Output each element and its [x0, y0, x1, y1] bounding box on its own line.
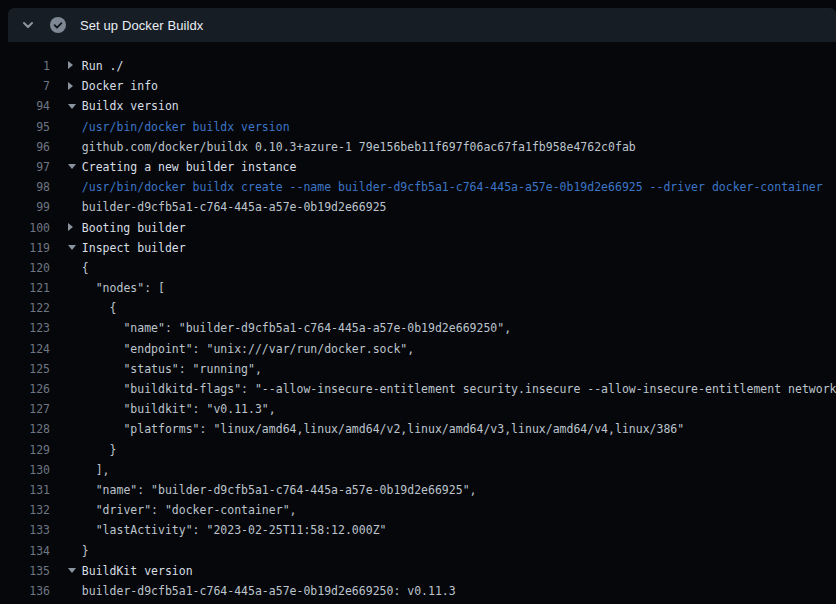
- log-line-text: Docker info: [68, 76, 836, 96]
- triangle-right-icon[interactable]: [68, 218, 82, 238]
- log-line-text: "buildkitd-flags": "--allow-insecure-ent…: [68, 379, 836, 399]
- line-number[interactable]: 120: [0, 258, 50, 278]
- log-row: 120 {: [0, 258, 836, 278]
- line-number[interactable]: 121: [0, 278, 50, 298]
- log-row: 121 "nodes": [: [0, 278, 836, 298]
- line-number[interactable]: 135: [0, 561, 50, 581]
- log-line-text: "endpoint": "unix:///var/run/docker.sock…: [68, 339, 836, 359]
- line-number[interactable]: 95: [0, 117, 50, 137]
- triangle-down-icon[interactable]: [68, 97, 82, 117]
- log-line-text: "status": "running",: [68, 359, 836, 379]
- triangle-down-icon[interactable]: [68, 561, 82, 581]
- log-row: 123 "name": "builder-d9cfb5a1-c764-445a-…: [0, 318, 836, 338]
- log-line-text: Booting builder: [68, 218, 836, 238]
- log-row: 130 ],: [0, 460, 836, 480]
- log-line-text: {: [68, 298, 836, 318]
- log-row: 133 "lastActivity": "2023-02-25T11:58:12…: [0, 520, 836, 540]
- log-row[interactable]: 97 Creating a new builder instance: [0, 157, 836, 177]
- line-number[interactable]: 127: [0, 399, 50, 419]
- line-number[interactable]: 130: [0, 460, 50, 480]
- line-number[interactable]: 1: [0, 56, 50, 76]
- log-row: 125 "status": "running",: [0, 359, 836, 379]
- log-row: 98 /usr/bin/docker buildx create --name …: [0, 177, 836, 197]
- log-line-text: }: [68, 440, 836, 460]
- log-line-text: builder-d9cfb5a1-c764-445a-a57e-0b19d2e6…: [68, 197, 836, 217]
- step-header[interactable]: Set up Docker Buildx: [8, 8, 836, 42]
- log-line-text: "platforms": "linux/amd64,linux/amd64/v2…: [68, 419, 836, 439]
- chevron-down-icon[interactable]: [20, 17, 36, 33]
- group-title[interactable]: Run ./: [82, 59, 124, 73]
- check-circle-icon: [50, 17, 66, 33]
- log-line-text: Inspect builder: [68, 238, 836, 258]
- line-number[interactable]: 98: [0, 177, 50, 197]
- log-row: 128 "platforms": "linux/amd64,linux/amd6…: [0, 419, 836, 439]
- line-number[interactable]: 96: [0, 137, 50, 157]
- log-line-text: "buildkit": "v0.11.3",: [68, 399, 836, 419]
- log-line-text: BuildKit version: [68, 561, 836, 581]
- log-area: 1 Run ./ 7 Docker info 94 Buildx version…: [0, 42, 836, 601]
- log-line-text: Creating a new builder instance: [68, 157, 836, 177]
- log-row[interactable]: 1 Run ./: [0, 56, 836, 76]
- line-number[interactable]: 128: [0, 419, 50, 439]
- log-row: 127 "buildkit": "v0.11.3",: [0, 399, 836, 419]
- line-number[interactable]: 125: [0, 359, 50, 379]
- line-number[interactable]: 122: [0, 298, 50, 318]
- log-row: 134 }: [0, 541, 836, 561]
- log-line-text: ],: [68, 460, 836, 480]
- log-row: 99 builder-d9cfb5a1-c764-445a-a57e-0b19d…: [0, 197, 836, 217]
- triangle-right-icon[interactable]: [68, 77, 82, 97]
- triangle-down-icon[interactable]: [68, 238, 82, 258]
- log-row[interactable]: 100 Booting builder: [0, 218, 836, 238]
- line-number[interactable]: 99: [0, 197, 50, 217]
- log-row[interactable]: 119 Inspect builder: [0, 238, 836, 258]
- line-number[interactable]: 100: [0, 218, 50, 238]
- group-title[interactable]: BuildKit version: [82, 564, 193, 578]
- line-number[interactable]: 129: [0, 440, 50, 460]
- log-line-text: }: [68, 541, 836, 561]
- log-line-text: Buildx version: [68, 96, 836, 116]
- log-line-text: {: [68, 258, 836, 278]
- log-row: 124 "endpoint": "unix:///var/run/docker.…: [0, 339, 836, 359]
- log-row: 126 "buildkitd-flags": "--allow-insecure…: [0, 379, 836, 399]
- line-number[interactable]: 124: [0, 339, 50, 359]
- log-row: 122 {: [0, 298, 836, 318]
- log-row[interactable]: 135 BuildKit version: [0, 561, 836, 581]
- actions-log-viewer: Set up Docker Buildx 1 Run ./ 7 Docker i…: [0, 0, 836, 604]
- log-row: 131 "name": "builder-d9cfb5a1-c764-445a-…: [0, 480, 836, 500]
- log-line-text: "name": "builder-d9cfb5a1-c764-445a-a57e…: [68, 480, 836, 500]
- log-row: 132 "driver": "docker-container",: [0, 500, 836, 520]
- log-row: 96 github.com/docker/buildx 0.10.3+azure…: [0, 137, 836, 157]
- log-row[interactable]: 94 Buildx version: [0, 96, 836, 116]
- log-line-text: "lastActivity": "2023-02-25T11:58:12.000…: [68, 520, 836, 540]
- line-number[interactable]: 126: [0, 379, 50, 399]
- log-row: 95 /usr/bin/docker buildx version: [0, 117, 836, 137]
- group-title[interactable]: Inspect builder: [82, 241, 186, 255]
- line-number[interactable]: 7: [0, 76, 50, 96]
- group-title[interactable]: Booting builder: [82, 221, 186, 235]
- triangle-right-icon[interactable]: [68, 56, 82, 76]
- line-number[interactable]: 123: [0, 318, 50, 338]
- triangle-down-icon[interactable]: [68, 157, 82, 177]
- line-number[interactable]: 119: [0, 238, 50, 258]
- group-title[interactable]: Docker info: [82, 79, 158, 93]
- log-row: 136 builder-d9cfb5a1-c764-445a-a57e-0b19…: [0, 581, 836, 601]
- step-title: Set up Docker Buildx: [80, 18, 203, 33]
- log-line-text: "name": "builder-d9cfb5a1-c764-445a-a57e…: [68, 318, 836, 338]
- log-line-text: builder-d9cfb5a1-c764-445a-a57e-0b19d2e6…: [68, 581, 836, 601]
- line-number[interactable]: 132: [0, 500, 50, 520]
- log-line-text: /usr/bin/docker buildx create --name bui…: [68, 177, 836, 197]
- log-line-text: "nodes": [: [68, 278, 836, 298]
- log-row: 129 }: [0, 440, 836, 460]
- log-line-text: /usr/bin/docker buildx version: [68, 117, 836, 137]
- line-number[interactable]: 131: [0, 480, 50, 500]
- line-number[interactable]: 94: [0, 96, 50, 116]
- line-number[interactable]: 134: [0, 541, 50, 561]
- line-number[interactable]: 97: [0, 157, 50, 177]
- group-title[interactable]: Creating a new builder instance: [82, 160, 297, 174]
- line-number[interactable]: 136: [0, 581, 50, 601]
- log-row[interactable]: 7 Docker info: [0, 76, 836, 96]
- log-line-text: "driver": "docker-container",: [68, 500, 836, 520]
- line-number[interactable]: 133: [0, 520, 50, 540]
- group-title[interactable]: Buildx version: [82, 99, 179, 113]
- log-line-text: github.com/docker/buildx 0.10.3+azure-1 …: [68, 137, 836, 157]
